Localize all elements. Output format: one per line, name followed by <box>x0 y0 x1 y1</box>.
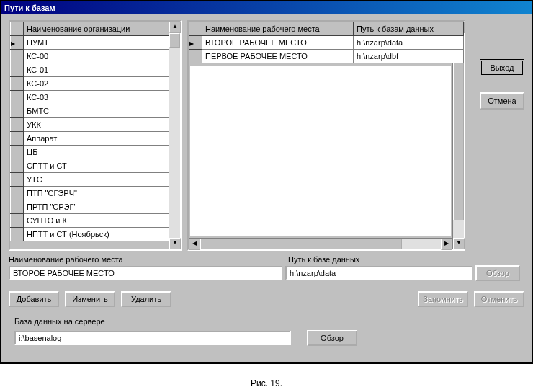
workplaces-panel: Наименование рабочего места Путь к базам… <box>187 20 465 251</box>
row-indicator <box>11 200 24 214</box>
org-cell: НУМТ <box>24 36 180 50</box>
remember-button[interactable]: Запомнить <box>418 291 468 307</box>
table-row[interactable]: КС-00 <box>11 50 180 63</box>
browse-server-button[interactable]: Обзор <box>307 330 357 346</box>
scroll-down-icon[interactable]: ▼ <box>453 238 465 249</box>
scroll-right-icon[interactable]: ▶ <box>441 239 452 250</box>
table-row[interactable]: УТС <box>11 173 180 187</box>
row-indicator <box>11 159 24 173</box>
workplace-cell: ПЕРВОЕ РАБОЧЕЕ МЕСТО <box>202 50 354 63</box>
row-indicator <box>11 104 24 118</box>
path-cell: h:\nzarp\data <box>354 36 464 50</box>
row-indicator <box>11 36 24 50</box>
exit-button[interactable]: Выход <box>480 59 524 76</box>
table-row[interactable]: СУПТО и К <box>11 214 180 228</box>
server-db-label: База данных на сервере <box>14 317 524 326</box>
scroll-up-icon[interactable]: ▲ <box>169 22 181 33</box>
row-indicator <box>11 50 24 63</box>
row-indicator <box>11 132 24 146</box>
path-cell: h:\nzarp\dbf <box>354 50 464 63</box>
table-row[interactable]: БМТС <box>11 104 180 118</box>
organizations-grid[interactable]: Наименование организации НУМТКС-00КС-01К… <box>10 22 180 241</box>
org-cell: УКК <box>24 118 180 132</box>
row-indicator <box>11 63 24 77</box>
window-body: Наименование организации НУМТКС-00КС-01К… <box>1 14 532 352</box>
workplace-cell: ВТОРОЕ РАБОЧЕЕ МЕСТО <box>202 36 354 50</box>
table-row[interactable]: КС-01 <box>11 63 180 77</box>
organizations-panel: Наименование организации НУМТКС-00КС-01К… <box>9 20 182 251</box>
table-row[interactable]: НПТТ и СТ (Ноябрьск) <box>11 228 180 241</box>
row-indicator <box>11 118 24 132</box>
scroll-left-icon[interactable]: ◀ <box>189 239 200 250</box>
table-row[interactable]: НУМТ <box>11 36 180 50</box>
workplace-header: Наименование рабочего места <box>202 22 354 36</box>
browse-path-button[interactable]: Обзор <box>475 265 520 281</box>
table-row[interactable]: СПТТ и СТ <box>11 159 180 173</box>
left-vertical-scrollbar[interactable]: ▲ ▼ <box>169 22 180 249</box>
table-row[interactable]: ПТП "СГЭРЧ" <box>11 187 180 200</box>
row-indicator <box>11 228 24 241</box>
scroll-down-icon[interactable]: ▼ <box>169 238 181 249</box>
row-indicator <box>11 173 24 187</box>
row-indicator <box>11 77 24 91</box>
org-cell: СУПТО и К <box>24 214 180 228</box>
org-cell: ЦБ <box>24 146 180 159</box>
org-cell: КС-03 <box>24 91 180 104</box>
scroll-thumb[interactable] <box>200 239 402 249</box>
org-cell: КС-00 <box>24 50 180 63</box>
right-horizontal-scrollbar[interactable]: ◀ ▶ <box>189 238 452 249</box>
row-indicator <box>11 91 24 104</box>
table-row[interactable]: ЦБ <box>11 146 180 159</box>
org-cell: ПРТП "СРЭГ" <box>24 200 180 214</box>
side-buttons: Выход Отмена <box>480 59 524 110</box>
table-row[interactable]: КС-03 <box>11 91 180 104</box>
table-row[interactable]: ПЕРВОЕ РАБОЧЕЕ МЕСТОh:\nzarp\dbf <box>189 50 464 63</box>
server-db-input[interactable] <box>14 331 291 345</box>
org-cell: КС-02 <box>24 77 180 91</box>
row-indicator <box>189 36 202 50</box>
org-cell: БМТС <box>24 104 180 118</box>
undo-button[interactable]: Отменить <box>474 291 524 307</box>
path-input[interactable] <box>285 266 472 280</box>
org-cell: НПТТ и СТ (Ноябрьск) <box>24 228 180 241</box>
table-row[interactable]: ПРТП "СРЭГ" <box>11 200 180 214</box>
table-row[interactable]: Аппарат <box>11 132 180 146</box>
figure-caption: Рис. 19. <box>0 378 533 388</box>
org-cell: КС-01 <box>24 63 180 77</box>
workplace-label: Наименование рабочего места <box>9 255 288 264</box>
table-row[interactable]: ВТОРОЕ РАБОЧЕЕ МЕСТОh:\nzarp\data <box>189 36 464 50</box>
app-window: Пути к базам Наименование организации НУ… <box>0 0 533 364</box>
row-indicator <box>189 50 202 63</box>
window-title: Пути к базам <box>4 4 55 12</box>
add-button[interactable]: Добавить <box>9 291 59 307</box>
table-row[interactable]: УКК <box>11 118 180 132</box>
org-cell: СПТТ и СТ <box>24 159 180 173</box>
workplaces-grid[interactable]: Наименование рабочего места Путь к базам… <box>189 22 464 63</box>
org-cell: ПТП "СГЭРЧ" <box>24 187 180 200</box>
org-cell: УТС <box>24 173 180 187</box>
workplace-input[interactable] <box>9 266 282 280</box>
org-header: Наименование организации <box>24 22 180 36</box>
path-header: Путь к базам данных <box>354 22 464 36</box>
path-label: Путь к базе данных <box>288 255 475 264</box>
titlebar: Пути к базам <box>1 1 532 14</box>
edit-button[interactable]: Изменить <box>65 291 115 307</box>
row-indicator <box>11 214 24 228</box>
row-indicator <box>11 146 24 159</box>
org-cell: Аппарат <box>24 132 180 146</box>
table-row[interactable]: КС-02 <box>11 77 180 91</box>
row-indicator <box>11 187 24 200</box>
delete-button[interactable]: Удалить <box>121 291 171 307</box>
cancel-button[interactable]: Отмена <box>480 92 524 110</box>
scroll-thumb[interactable] <box>169 33 180 48</box>
